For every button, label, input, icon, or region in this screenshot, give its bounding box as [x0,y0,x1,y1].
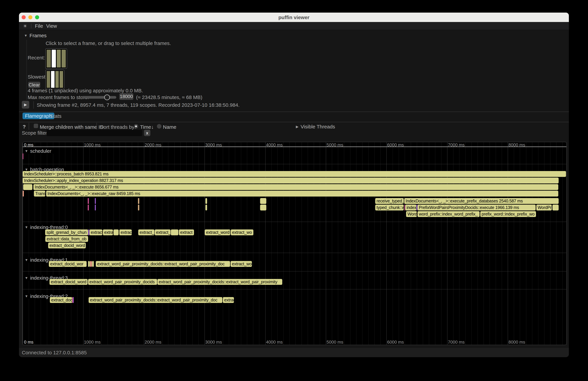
scope-bar[interactable]: extract_docid_word [48,243,86,248]
scope-bar[interactable] [205,198,207,204]
thread-header[interactable]: ▼scheduler [24,148,53,154]
max-frames-value[interactable]: 18000 [119,93,133,100]
scope-bar[interactable] [92,261,94,267]
theme-toggle-icon[interactable]: ☀ [23,23,27,29]
slowest-frames-thumbnail[interactable] [45,70,64,89]
merge-children-checkbox[interactable] [34,124,38,128]
scope-bar[interactable]: IndexDocuments<_, _>::execute_prefix_dat… [404,198,559,204]
scope-bar[interactable]: extract_word_pair_proximity_docids::extr… [157,279,282,285]
scope-bar[interactable] [90,261,92,267]
scope-bar[interactable]: extract_wo [231,261,252,267]
axis-tick-label: 7000 ms [448,142,465,148]
visible-threads-header[interactable]: ▶Visible Threads [296,124,335,129]
scope-bar[interactable]: split_grenad_by_chun [45,230,88,235]
scope-bar[interactable] [260,198,266,204]
recent-frames-thumbnail[interactable] [45,48,67,69]
collapsed-triangle-icon: ▶ [296,125,298,128]
sort-time-label: Time [140,124,151,130]
scope-bar[interactable] [95,198,96,204]
scope-bar[interactable]: Word [406,211,417,217]
scope-bar[interactable]: IndexScheduler>::process_batch 8953.821 … [23,171,566,177]
frames-section-header[interactable]: ▼Frames [24,33,46,39]
flamegraph-canvas[interactable]: 0 ms0 ms1000 ms1000 ms2000 ms2000 ms3000… [22,142,567,345]
menu-view[interactable]: View [46,23,57,29]
frames-summary: 4 frames (1 unpacked) using approximatel… [28,88,143,93]
scope-bar[interactable] [138,205,139,211]
scope-bar[interactable] [260,205,266,211]
scope-bar[interactable]: extrac [119,230,132,235]
menu-file[interactable]: File [35,23,43,29]
scope-bar[interactable] [88,230,89,235]
scope-bar[interactable]: IndexDocuments<_, _>::execute_raw 8459.1… [46,191,558,196]
scope-bar[interactable]: extract_ [138,230,154,235]
scope-bar[interactable] [23,191,24,196]
scope-bar[interactable] [95,205,96,211]
scope-bar[interactable]: extract [89,230,102,235]
scope-bar[interactable] [88,198,89,204]
axis-tick-label: 6000 ms [387,142,404,148]
frame-thumbnail-bar[interactable] [55,71,59,88]
clear-filter-button[interactable]: x [144,130,150,136]
axis-tick-label: 8000 ms [508,142,525,148]
scope-bar[interactable] [138,198,139,204]
frame-thumbnail-bar[interactable] [60,71,63,88]
scope-bar[interactable]: PrefixWordPairsProximityDocids::execute … [418,205,536,211]
play-button[interactable]: ▶ [22,101,29,109]
scope-bar[interactable]: typed_chunk::w [375,205,404,211]
scope-bar[interactable]: extract_docid_word [49,279,88,285]
scope-bar[interactable]: WordPr [536,205,552,211]
thread-header[interactable]: ▼indexing-thread:0 [24,224,70,230]
scope-bar[interactable] [417,205,417,211]
scope-bar[interactable] [73,297,74,303]
scope-bar[interactable] [23,153,23,159]
scope-bar[interactable]: prefix_word::index_prefix_wo [480,211,536,217]
scope-bar[interactable]: extract_doc [50,297,72,303]
frame-thumbnail-bar[interactable] [47,50,51,67]
scope-bar[interactable]: word_prefix::index_word_prefix_ [418,211,480,217]
scope-filter-input[interactable] [46,130,142,136]
tab-stats[interactable]: Stats [50,113,62,119]
scope-bar[interactable]: Trans [34,191,45,196]
scope-bar[interactable]: extract_word_pair_proximity_docids::extr… [89,297,222,303]
frame-thumbnail-bar[interactable] [47,71,50,88]
frame-thumbnail-bar[interactable] [62,50,66,67]
scope-bar[interactable] [404,205,405,211]
collapse-triangle-icon: ▼ [25,149,28,153]
tab-flamegraph[interactable]: Flamegraph [22,113,54,119]
sort-name-label: Name [163,124,176,130]
collapse-triangle-icon: ▼ [25,294,28,298]
scope-bar[interactable] [171,230,178,235]
scope-bar[interactable]: index [405,205,416,211]
scope-bar[interactable]: extract [179,230,194,235]
scope-bar[interactable]: extract_wo [231,230,253,235]
scope-bar[interactable] [88,205,89,211]
scope-bar[interactable] [88,261,90,267]
max-frames-slider[interactable] [82,96,116,99]
recent-label: Recent: [28,55,45,61]
clear-button[interactable]: Clear [28,82,40,88]
help-button[interactable]: ? [23,124,26,129]
scope-bar[interactable] [113,230,119,235]
scope-bar[interactable]: IndexDocuments<_, _>::execute 8656.677 m… [33,184,558,190]
sort-by-time-radio[interactable] [134,124,138,128]
scope-bar[interactable] [552,205,559,211]
scope-bar[interactable] [205,205,207,211]
thread-section-separator [23,222,566,222]
scope-bar[interactable]: extract_ [155,230,170,235]
frame-thumbnail-bar[interactable] [57,50,61,67]
scope-bar[interactable]: receive_typed_ [375,198,404,204]
scope-bar[interactable]: extrac [223,297,234,303]
frame-thumbnail-bar[interactable] [52,50,56,67]
scope-bar[interactable]: extra [103,230,113,235]
scope-bar[interactable]: extract_word_pair_proximity_docids [88,279,157,285]
frame-thumbnail-bar[interactable] [51,71,55,88]
scope-bar[interactable]: extract_word_pair_proximity_docids::extr… [96,261,230,267]
slider-knob[interactable] [104,94,110,100]
scope-bar[interactable]: IndexScheduler>::apply_index_operation 8… [23,178,559,183]
sort-direction-arrow-icon[interactable]: ↓ [151,124,154,130]
scope-bar[interactable] [23,184,32,190]
sort-by-name-radio[interactable] [157,124,161,128]
scope-bar[interactable]: extract::data_from_ob [45,236,88,242]
scope-bar[interactable]: extract_docid_wor [49,261,86,267]
scope-bar[interactable]: extract_word [205,230,230,235]
